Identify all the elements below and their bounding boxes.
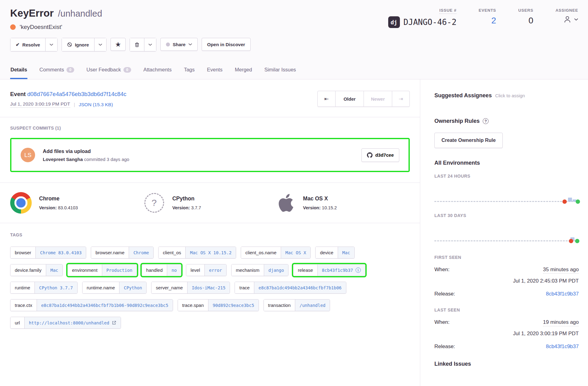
tab[interactable]: Attachments xyxy=(143,62,172,79)
sparkline-baseline xyxy=(434,240,579,241)
tab[interactable]: Tags xyxy=(183,62,195,79)
tab[interactable]: Merged xyxy=(235,62,252,79)
ignore-dropdown-button[interactable] xyxy=(94,38,106,51)
tag-key[interactable]: url xyxy=(10,317,25,328)
check-icon: ✔ xyxy=(16,42,20,47)
tag-pill: release 8cb43f1c9b37 i xyxy=(293,264,365,276)
tag-key[interactable]: client_os.name xyxy=(241,247,281,258)
tag-key[interactable]: device.family xyxy=(10,264,46,276)
issue-title-block: KeyError /unhandled 'keyDoesntExist' xyxy=(10,7,102,30)
last-seen-heading: LAST SEEN xyxy=(434,308,579,312)
tag-value[interactable]: Chrome 83.0.4103 xyxy=(36,247,86,258)
tag-value[interactable]: Mac xyxy=(338,247,354,258)
tag-key[interactable]: release xyxy=(293,264,317,276)
tag-pill: runtime CPython 3.7.7 xyxy=(10,282,78,294)
tab[interactable]: Comments 0 xyxy=(39,62,75,79)
tag-value[interactable]: django xyxy=(264,264,288,276)
delete-dropdown-button[interactable] xyxy=(144,38,156,51)
linked-issues-title: Linked Issues xyxy=(434,361,579,367)
tag-key[interactable]: device xyxy=(316,247,338,258)
bookmark-star-button[interactable]: ★ xyxy=(111,38,126,51)
tag-key[interactable]: runtime.name xyxy=(83,282,120,293)
open-in-discover-button[interactable]: Open in Discover xyxy=(202,38,251,51)
event-json-link[interactable]: JSON (15.3 KB) xyxy=(79,102,113,107)
tag-key[interactable]: server_name xyxy=(151,282,187,293)
tab[interactable]: Events xyxy=(207,62,223,79)
tag-value[interactable]: CPython 3.7.7 xyxy=(35,282,77,293)
tag-pill: browser.name Chrome xyxy=(91,247,154,259)
suspect-commits-heading: SUSPECT COMMITS (1) xyxy=(10,126,410,131)
error-level-dot xyxy=(10,24,16,30)
tag-list: browser Chrome 83.0.4103 browser.name Ch… xyxy=(10,247,410,329)
tag-value[interactable]: Idos-iMac-215 xyxy=(187,282,230,293)
tag-key[interactable]: level xyxy=(186,264,205,276)
external-link-icon[interactable] xyxy=(112,320,116,325)
tag-key[interactable]: mechanism xyxy=(232,264,264,276)
tag-value[interactable]: Production xyxy=(102,264,137,276)
tag-key[interactable]: trace.span xyxy=(178,300,208,311)
events-count[interactable]: 2 xyxy=(491,16,496,26)
tag-value[interactable]: CPython xyxy=(119,282,146,293)
event-header: Event d08d7667e4a5476eb3b3db6d7f14c84c J… xyxy=(0,79,420,117)
last-seen-release-link[interactable]: 8cb43f1c9b37 xyxy=(546,344,579,350)
tag-pill: trace.ctx e8c87ba1dc494bb2a4346bcfbf7b1b… xyxy=(10,299,173,311)
suspect-commits-section: SUSPECT COMMITS (1) LS Add files via upl… xyxy=(0,117,420,183)
tag-value[interactable]: /unhandled xyxy=(295,300,330,311)
tag-key[interactable]: browser xyxy=(10,247,36,258)
user-icon xyxy=(563,15,572,24)
older-event-button[interactable]: Older xyxy=(335,91,364,107)
tag-key[interactable]: environment xyxy=(68,264,102,276)
first-seen-relative[interactable]: 35 minutes ago xyxy=(543,267,579,274)
chevron-down-icon xyxy=(188,43,192,46)
info-icon[interactable]: i xyxy=(356,267,361,273)
tag-key[interactable]: runtime xyxy=(10,282,35,293)
first-seen-absolute: Jul 1, 2020 2:45:03 PM PDT xyxy=(434,278,579,284)
delete-button[interactable] xyxy=(130,38,144,51)
click-to-assign-hint: Click to assign xyxy=(495,93,525,98)
tag-value[interactable]: 90d892c9eace3bc5 xyxy=(208,300,259,311)
tag-key[interactable]: client_os xyxy=(159,247,186,258)
first-seen-release-link[interactable]: 8cb43f1c9b37 xyxy=(546,291,579,297)
tag-pill: client_os Mac OS X 10.15.2 xyxy=(158,247,236,259)
issue-short-id[interactable]: DJANGO-46-2 xyxy=(404,18,457,27)
latest-marker-green xyxy=(576,199,580,204)
tag-key[interactable]: trace xyxy=(235,282,254,293)
tag-value[interactable]: Mac xyxy=(46,264,62,276)
ignore-button[interactable]: Ignore xyxy=(62,38,94,51)
tab[interactable]: Similar Issues xyxy=(264,62,296,79)
tab[interactable]: Details xyxy=(10,62,27,79)
assignee-selector[interactable] xyxy=(563,15,578,24)
oldest-event-button[interactable]: ⇤ xyxy=(318,91,335,107)
tab-count-badge: 0 xyxy=(66,67,74,73)
context-name: Mac OS X xyxy=(303,195,337,202)
tag-key[interactable]: transaction xyxy=(264,300,295,311)
tag-value[interactable]: Chrome xyxy=(129,247,153,258)
users-count[interactable]: 0 xyxy=(529,16,534,26)
tag-value[interactable]: error xyxy=(205,264,226,276)
tag-key[interactable]: browser.name xyxy=(91,247,129,258)
event-id-link[interactable]: d08d7667e4a5476eb3b3db6d7f14c84c xyxy=(27,91,127,97)
tag-value[interactable]: 8cb43f1c9b37 i xyxy=(318,264,365,276)
tag-value[interactable]: e8c87ba1dc494bb2a4346bcfbf7b1b06 xyxy=(254,282,346,293)
share-button[interactable]: Share xyxy=(160,38,198,51)
tag-value[interactable]: no xyxy=(167,264,181,276)
tag-value[interactable]: e8c87ba1dc494bb2a4346bcfbf7b1b06-90d892c… xyxy=(37,300,173,311)
context-version: 10.15.2 xyxy=(322,205,337,210)
event-timestamp[interactable]: Jul 1, 2020 3:00:19 PM PDT xyxy=(10,101,70,108)
resolve-button[interactable]: ✔ Resolve xyxy=(10,38,45,51)
tag-key[interactable]: handled xyxy=(142,264,167,276)
resolve-dropdown-button[interactable] xyxy=(45,38,57,51)
create-ownership-rule-button[interactable]: Create Ownership Rule xyxy=(434,133,503,148)
help-icon[interactable]: ? xyxy=(483,118,489,124)
when-label: When: xyxy=(434,319,449,325)
skip-to-latest-button[interactable]: ⇥ xyxy=(392,91,409,107)
tag-value[interactable]: http://localhost:8000/unhandled xyxy=(25,317,121,328)
commit-sha-button[interactable]: d3d7cee xyxy=(361,148,399,162)
tab[interactable]: User Feedback 0 xyxy=(86,62,131,79)
tag-value[interactable]: Mac OS X xyxy=(281,247,310,258)
tag-value[interactable]: Mac OS X 10.15.2 xyxy=(186,247,236,258)
newer-event-button[interactable]: Newer xyxy=(364,91,392,107)
last-seen-relative[interactable]: 19 minutes ago xyxy=(543,319,579,326)
tag-key[interactable]: trace.ctx xyxy=(10,300,37,311)
context-name: Chrome xyxy=(39,195,78,202)
